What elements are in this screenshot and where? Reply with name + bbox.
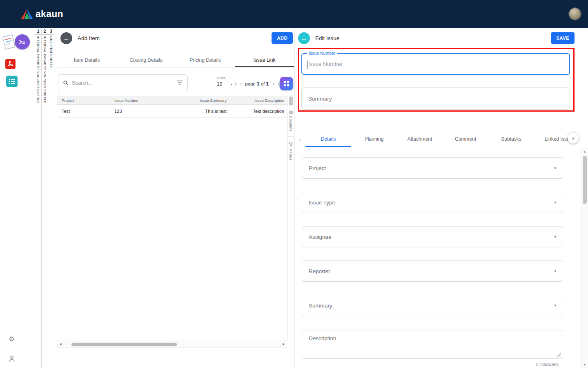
assignee-select-label: Assignee [309, 234, 332, 240]
search-input[interactable] [72, 80, 173, 86]
prev-page-button[interactable]: ‹ [240, 81, 241, 87]
vertical-tab-number: 1 [35, 28, 41, 35]
back-arrow-icon: ← [63, 35, 69, 41]
summary-field-label: Summary [308, 96, 332, 102]
add-button[interactable]: ADD [272, 32, 293, 44]
last-page-button[interactable]: ›| [277, 81, 279, 87]
caret-down-icon: ▾ [554, 269, 556, 273]
add-item-header: ← Add Item ADD [60, 31, 293, 45]
page-indicator: page 1 of 1 [245, 81, 269, 87]
back-button[interactable]: ← [60, 32, 72, 44]
of-word: of [261, 81, 265, 86]
vertical-tab-label: INTERNAL PAYMENT VOUCHER CREATE [43, 36, 47, 103]
save-button[interactable]: SAVE [551, 32, 575, 44]
filters-funnel-icon [289, 141, 293, 148]
tabs-scroll-left[interactable]: ‹ [295, 136, 305, 143]
rail-bottom-icons: ⚙ [0, 336, 23, 364]
issues-table: Project Issue Number Issue Summary Issue… [57, 96, 287, 118]
scroll-up-arrow[interactable]: ▲ [581, 150, 588, 153]
horizontal-scrollbar-thumb[interactable] [71, 343, 177, 346]
horizontal-scrollbar: ◄ ► [57, 341, 287, 348]
issue-number-input[interactable] [302, 54, 569, 74]
next-page-button[interactable]: › [272, 81, 274, 87]
user-avatar[interactable] [568, 7, 581, 20]
pdf-icon[interactable] [5, 58, 16, 71]
character-count: 0 characters [536, 362, 559, 367]
page-current: 1 [257, 81, 260, 87]
horizontal-scrollbar-track[interactable] [63, 341, 281, 347]
vertical-tab-line-item-create[interactable]: 3 LINE ITEM CREATE [48, 28, 54, 368]
issue-number-field: Issue Number [301, 53, 570, 75]
add-item-panel: ← Add Item ADD Item Details Costing Deta… [57, 28, 294, 368]
tab-attachment[interactable]: Attachment [397, 131, 443, 147]
vertical-scrollbar-thumb[interactable] [583, 156, 587, 204]
col-issue-description[interactable]: Issue Description [227, 98, 286, 103]
description-textarea[interactable]: Description [302, 330, 563, 359]
project-select[interactable]: Project ▾ [302, 157, 563, 179]
project-select-label: Project [309, 165, 326, 171]
settings-gear-icon[interactable]: ⚙ [9, 336, 15, 343]
first-page-button[interactable]: |‹ [234, 81, 236, 87]
page-total: 1 [266, 81, 269, 87]
left-icon-rail: ⚙ [0, 28, 23, 368]
cell-issue-number: 123 [114, 109, 169, 114]
col-issue-summary[interactable]: Issue Summary [169, 98, 227, 103]
filters-toggle[interactable]: Filters [289, 149, 293, 160]
caret-down-icon: ▾ [231, 83, 232, 86]
table-vertical-scrollbar-thumb[interactable] [289, 96, 293, 105]
table-side-rail: Columns Filters [287, 96, 294, 341]
tab-details[interactable]: Details [305, 131, 351, 147]
table-header-row: Project Issue Number Issue Summary Issue… [57, 96, 287, 105]
tab-pricing-details[interactable]: Pricing Details [176, 52, 235, 67]
vertical-tab-internal-payment-voucher-listing[interactable]: 1 INTERNAL PAYMENT VOUCHER LISTING [35, 28, 41, 368]
table-row[interactable]: Test 123 This is test Test description [57, 105, 287, 118]
tabs-strip: Details Planning Attachment Comment Subt… [305, 131, 571, 147]
profile-icon[interactable] [8, 355, 16, 364]
scroll-right-arrow[interactable]: ► [282, 343, 285, 346]
filter-icon[interactable] [176, 80, 183, 85]
top-app-bar: akaun [0, 0, 588, 28]
rows-value: 10 [217, 81, 222, 87]
summary-select[interactable]: Summary ▾ [302, 295, 563, 316]
tab-linked-issues[interactable]: Linked Issu [534, 131, 571, 147]
assignee-select[interactable]: Assignee ▾ [302, 226, 563, 247]
cell-issue-description: Test description [227, 109, 286, 114]
rows-per-page-select[interactable]: Rows 10 ▾ [215, 76, 234, 89]
summary-field[interactable]: Summary [301, 88, 570, 110]
pagination: |‹ ‹ page 1 of 1 › ›| [234, 81, 279, 87]
vertical-tab-label: INTERNAL PAYMENT VOUCHER LISTING [36, 36, 40, 103]
vertical-tab-number: 2 [42, 28, 48, 35]
grid-view-button[interactable] [280, 77, 293, 90]
col-project[interactable]: Project [57, 98, 114, 103]
tab-issue-link[interactable]: Issue Link [235, 52, 294, 67]
vertical-scrollbar: ▲ ▼ [581, 148, 588, 368]
scroll-left-arrow[interactable]: ◄ [59, 343, 62, 346]
description-label: Description [309, 335, 336, 341]
vertical-tab-label: LINE ITEM CREATE [49, 36, 53, 68]
console-shortcut-icon[interactable] [15, 34, 30, 49]
columns-grip-icon [289, 110, 293, 114]
vertical-tab-number: 3 [48, 28, 54, 35]
back-arrow-icon: ← [301, 35, 307, 41]
brand-logo: akaun [21, 9, 63, 20]
rows-label: Rows [217, 76, 234, 80]
caret-down-icon: ▾ [554, 303, 556, 307]
col-issue-number[interactable]: Issue Number [114, 98, 169, 103]
issue-type-select[interactable]: Issue Type ▾ [302, 192, 563, 213]
reporter-select[interactable]: Reporter ▾ [302, 260, 563, 282]
resize-handle-icon[interactable] [557, 352, 561, 357]
back-button[interactable]: ← [298, 32, 310, 44]
vertical-tab-internal-payment-voucher-create[interactable]: 2 INTERNAL PAYMENT VOUCHER CREATE [41, 28, 48, 368]
tab-planning[interactable]: Planning [351, 131, 397, 147]
add-item-tab-bar: Item Details Costing Details Pricing Det… [57, 52, 294, 67]
tab-costing-details[interactable]: Costing Details [116, 52, 176, 67]
tabs-scroll-right[interactable]: › [568, 132, 579, 144]
tab-subtasks[interactable]: Subtasks [488, 131, 534, 147]
apps-grid-icon [283, 81, 290, 87]
listing-icon[interactable] [6, 75, 18, 89]
tab-item-details[interactable]: Item Details [57, 52, 116, 67]
tab-comment[interactable]: Comment [443, 131, 488, 147]
columns-toggle[interactable]: Columns [289, 116, 293, 131]
page-word: page [245, 81, 256, 86]
scroll-down-arrow[interactable]: ▼ [581, 363, 588, 366]
